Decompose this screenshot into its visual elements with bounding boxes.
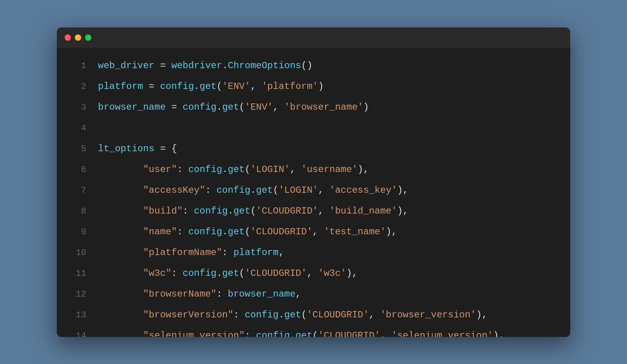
token-method: config [183, 268, 216, 279]
token-paren: ) [346, 268, 352, 279]
line-number: 1 [65, 56, 86, 76]
token-var: browser_name [98, 102, 166, 112]
line-number: 8 [65, 201, 86, 222]
token-op: , [307, 268, 318, 279]
token-op: . [194, 81, 199, 92]
token-method: get [222, 102, 239, 112]
code-line: 8 "build": config.get('CLOUDGRID', 'buil… [57, 201, 570, 222]
line-content: "user": config.get('LOGIN', 'username'), [98, 159, 562, 180]
token-op: : [177, 226, 188, 237]
token-method: get [295, 330, 312, 337]
token-key: "user" [143, 164, 177, 175]
line-content: "browserVersion": config.get('CLOUDGRID'… [98, 305, 562, 325]
token-op: . [250, 185, 256, 196]
token-op: , [273, 102, 285, 112]
token-op: . [290, 330, 295, 337]
line-number: 7 [65, 181, 86, 201]
token-method: config [183, 102, 216, 112]
token-paren: ) [476, 310, 482, 320]
code-editor-window: 1web_driver = webdriver.ChromeOptions()2… [57, 27, 570, 337]
token-op: . [228, 206, 233, 216]
token-op: , [250, 81, 262, 92]
line-number: 5 [65, 139, 86, 159]
token-method: config [188, 226, 222, 237]
token-paren: ( [301, 310, 307, 320]
token-method: config [216, 185, 250, 196]
token-op: : [245, 330, 256, 337]
token-op: , [391, 226, 397, 237]
token-op: . [279, 310, 284, 320]
token-op: . [222, 226, 228, 237]
token-op: = [143, 81, 160, 92]
token-method: config [160, 81, 194, 92]
token-op: = [154, 60, 171, 71]
token-str: 'w3c' [318, 268, 346, 279]
line-number: 13 [65, 305, 86, 326]
token-op: : [177, 164, 188, 175]
token-paren: () [301, 60, 313, 71]
code-line: 10 "platformName": platform, [57, 243, 570, 263]
code-area: 1web_driver = webdriver.ChromeOptions()2… [57, 48, 570, 337]
token-op: , [403, 185, 408, 196]
code-line: 3browser_name = config.get('ENV', 'brows… [57, 97, 570, 118]
token-op: : [171, 268, 183, 279]
token-paren: ) [493, 330, 498, 337]
code-line: 2platform = config.get('ENV', 'platform'… [57, 76, 570, 97]
token-str: 'ENV' [222, 81, 250, 92]
code-line: 5lt_options = { [57, 139, 570, 159]
token-var: platform [234, 247, 279, 258]
code-line: 4 [57, 118, 570, 139]
token-method: config [188, 164, 222, 175]
token-paren: ( [216, 81, 222, 92]
code-line: 12 "browserName": browser_name, [57, 284, 570, 305]
token-key: "browserName" [143, 289, 216, 299]
code-line: 9 "name": config.get('CLOUDGRID', 'test_… [57, 222, 570, 243]
token-var: browser_name [228, 289, 295, 299]
token-op: = [166, 102, 183, 112]
line-number: 14 [65, 326, 86, 337]
token-op: , [352, 268, 357, 279]
token-op: , [279, 247, 284, 258]
code-line: 11 "w3c": config.get('CLOUDGRID', 'w3c')… [57, 263, 570, 284]
token-op: , [403, 206, 408, 216]
code-line: 1web_driver = webdriver.ChromeOptions() [57, 56, 570, 76]
token-paren: ( [239, 268, 245, 279]
maximize-button[interactable] [85, 34, 91, 41]
token-op: : [222, 247, 234, 258]
line-content: "platformName": platform, [98, 243, 562, 263]
line-number: 6 [65, 160, 86, 180]
token-op: , [363, 164, 369, 175]
line-number: 11 [65, 264, 86, 284]
token-str: 'CLOUDGRID' [318, 330, 380, 337]
line-number: 9 [65, 222, 86, 243]
line-content: "name": config.get('CLOUDGRID', 'test_na… [98, 222, 562, 242]
token-paren: ) [397, 185, 402, 196]
token-key: "w3c" [143, 268, 171, 279]
token-method: get [199, 81, 216, 92]
token-str: 'test_name' [324, 226, 386, 237]
line-number: 12 [65, 284, 86, 305]
token-paren: ) [386, 226, 391, 237]
token-op: , [369, 310, 380, 320]
token-str: 'LOGIN' [250, 164, 290, 175]
code-line: 6 "user": config.get('LOGIN', 'username'… [57, 159, 570, 180]
token-op: , [295, 289, 301, 299]
token-key: "accessKey" [143, 185, 205, 196]
token-paren: ( [250, 206, 256, 216]
minimize-button[interactable] [75, 34, 81, 41]
token-method: config [194, 206, 228, 216]
token-method: webdriver [171, 60, 222, 71]
line-content: browser_name = config.get('ENV', 'browse… [98, 97, 562, 118]
line-content: platform = config.get('ENV', 'platform') [98, 76, 562, 97]
token-paren: ) [358, 164, 363, 175]
line-content: "build": config.get('CLOUDGRID', 'build_… [98, 201, 562, 221]
token-op: . [216, 268, 222, 279]
code-line: 13 "browserVersion": config.get('CLOUDGR… [57, 305, 570, 326]
titlebar [57, 27, 570, 48]
token-method: get [234, 206, 250, 216]
token-method: get [284, 310, 301, 320]
token-str: 'CLOUDGRID' [245, 268, 307, 279]
line-content: web_driver = webdriver.ChromeOptions() [98, 56, 562, 76]
code-line: 7 "accessKey": config.get('LOGIN', 'acce… [57, 180, 570, 201]
close-button[interactable] [65, 34, 71, 41]
